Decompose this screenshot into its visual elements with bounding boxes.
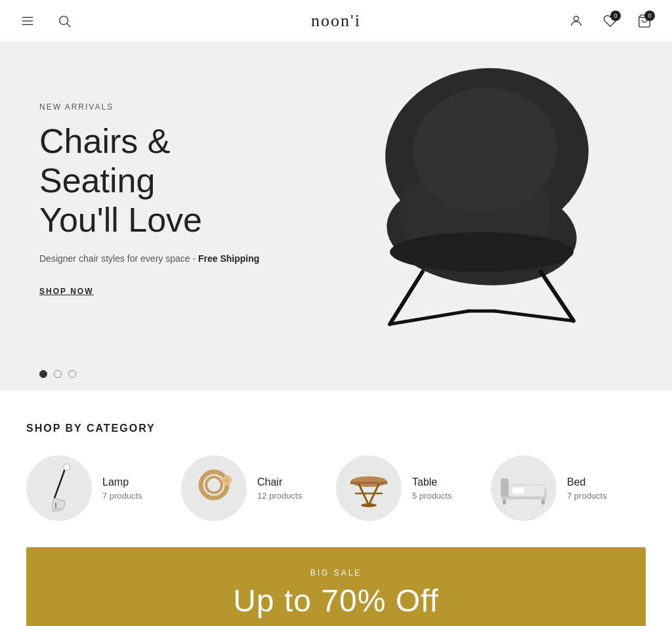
carousel-dot-3[interactable] (68, 370, 76, 378)
chair-count: 12 products (257, 491, 302, 501)
shop-now-button[interactable]: SHOP NOW (39, 287, 93, 296)
table-info: Table 5 products (412, 476, 452, 501)
carousel-dots (0, 357, 672, 391)
bed-count: 7 products (567, 491, 607, 501)
svg-line-14 (495, 311, 574, 321)
hero-title-line2: You'll Love (39, 201, 202, 239)
chair-circle (181, 455, 247, 521)
svg-line-13 (541, 272, 574, 321)
site-header: noon'i 0 0 (0, 0, 672, 42)
svg-point-22 (206, 477, 222, 493)
site-logo: noon'i (311, 11, 361, 30)
svg-point-20 (51, 508, 61, 512)
hero-subtitle-prefix: Designer chair styles for every space - (39, 253, 198, 264)
svg-line-11 (390, 272, 423, 324)
cart-badge: 0 (644, 10, 655, 21)
hero-subtitle-bold: Free Shipping (198, 253, 259, 264)
bed-info: Bed 7 products (567, 476, 607, 501)
header-right: 0 0 (564, 9, 656, 33)
svg-line-17 (54, 467, 66, 498)
chair-cat-icon (191, 469, 237, 508)
hero-tag: NEW ARRIVALS (39, 102, 276, 112)
bed-icon (497, 470, 550, 507)
hero-title-line1: Chairs & Seating (39, 122, 170, 199)
wishlist-button[interactable]: 0 (598, 9, 622, 33)
sale-banner[interactable]: BIG SALE Up to 70% Off (26, 547, 646, 626)
cart-button[interactable]: 0 (633, 9, 656, 33)
category-bed[interactable]: Bed 7 products (491, 455, 646, 521)
wishlist-badge: 0 (610, 10, 621, 21)
bed-circle (491, 455, 556, 521)
svg-rect-26 (350, 482, 387, 484)
lamp-count: 7 products (102, 491, 142, 501)
svg-rect-36 (541, 499, 545, 505)
table-count: 5 products (412, 491, 452, 501)
chair-illustration (324, 49, 639, 350)
svg-line-12 (390, 311, 469, 324)
hero-section: NEW ARRIVALS Chairs & Seating You'll Lov… (0, 42, 672, 357)
table-circle (336, 455, 402, 521)
category-chair[interactable]: Chair 12 products (181, 455, 336, 521)
svg-point-30 (361, 503, 377, 507)
menu-icon (20, 14, 35, 28)
svg-rect-35 (503, 499, 506, 505)
carousel-dot-1[interactable] (39, 370, 47, 378)
svg-point-3 (60, 16, 68, 24)
table-icon (346, 467, 392, 510)
table-name: Table (412, 476, 452, 488)
search-icon (57, 14, 72, 28)
svg-line-28 (369, 484, 379, 505)
menu-button[interactable] (16, 9, 39, 33)
categories-grid: Lamp 7 products Chair 12 products (26, 455, 646, 521)
lamp-name: Lamp (102, 476, 142, 488)
svg-line-4 (67, 24, 70, 27)
categories-section: SHOP BY CATEGORY Lamp 7 products (0, 391, 672, 547)
account-icon (569, 14, 583, 28)
sale-title: Up to 70% Off (52, 583, 620, 619)
svg-point-16 (390, 232, 574, 272)
header-left (16, 9, 76, 33)
chair-name: Chair (257, 476, 302, 488)
bed-name: Bed (567, 476, 607, 488)
logo-area[interactable]: noon'i (311, 11, 361, 31)
carousel-dot-2[interactable] (54, 370, 62, 378)
svg-point-5 (574, 16, 578, 20)
hero-title: Chairs & Seating You'll Love (39, 122, 276, 240)
lamp-icon (36, 462, 82, 514)
category-lamp[interactable]: Lamp 7 products (26, 455, 181, 521)
categories-title: SHOP BY CATEGORY (26, 423, 646, 434)
svg-rect-32 (501, 478, 509, 497)
sale-tag: BIG SALE (52, 568, 620, 577)
chair-info: Chair 12 products (257, 476, 302, 501)
lamp-info: Lamp 7 products (102, 476, 142, 501)
svg-line-27 (359, 484, 369, 505)
hero-content: NEW ARRIVALS Chairs & Seating You'll Lov… (0, 102, 315, 296)
hero-subtitle: Designer chair styles for every space - … (39, 253, 276, 264)
hero-image (291, 42, 672, 357)
category-table[interactable]: Table 5 products (336, 455, 491, 521)
search-button[interactable] (52, 9, 76, 33)
svg-point-18 (64, 464, 70, 470)
svg-rect-34 (512, 487, 525, 494)
account-button[interactable] (564, 9, 588, 33)
lamp-circle (26, 455, 92, 521)
